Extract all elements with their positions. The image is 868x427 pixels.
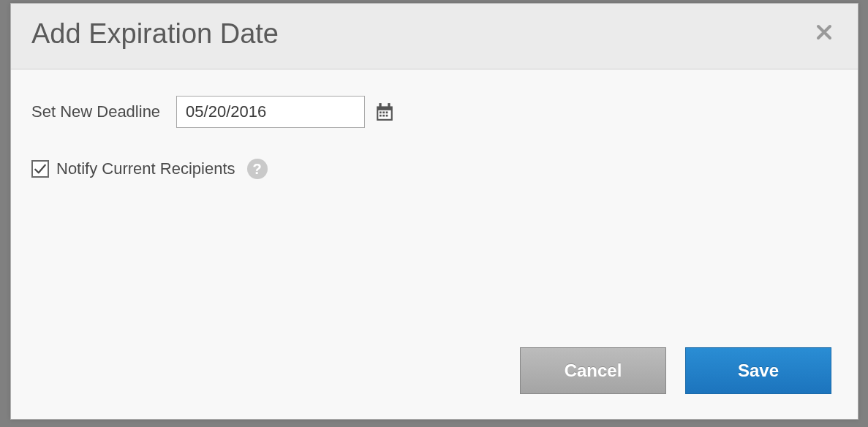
- dialog-title: Add Expiration Date: [31, 18, 279, 50]
- dialog-header: Add Expiration Date: [11, 4, 858, 69]
- deadline-input[interactable]: [176, 96, 365, 128]
- svg-rect-3: [388, 103, 390, 108]
- cancel-button[interactable]: Cancel: [520, 347, 666, 394]
- svg-rect-6: [386, 111, 388, 113]
- deadline-label: Set New Deadline: [31, 102, 160, 121]
- svg-rect-7: [380, 115, 382, 117]
- notify-label: Notify Current Recipients: [56, 159, 235, 178]
- deadline-row: Set New Deadline: [31, 96, 837, 128]
- notify-row: Notify Current Recipients ?: [31, 159, 837, 179]
- save-button[interactable]: Save: [685, 347, 831, 394]
- svg-rect-5: [382, 111, 385, 113]
- expiration-date-dialog: Add Expiration Date Set New Deadline: [10, 3, 858, 420]
- close-icon[interactable]: [815, 23, 833, 45]
- calendar-icon[interactable]: [375, 102, 394, 121]
- dialog-body: Set New Deadline: [11, 69, 858, 347]
- notify-checkbox[interactable]: [31, 160, 49, 178]
- svg-rect-9: [386, 115, 388, 117]
- svg-rect-2: [380, 103, 382, 108]
- help-icon[interactable]: ?: [247, 159, 268, 179]
- svg-rect-8: [382, 115, 385, 117]
- dialog-footer: Cancel Save: [11, 347, 858, 419]
- svg-rect-4: [380, 111, 382, 113]
